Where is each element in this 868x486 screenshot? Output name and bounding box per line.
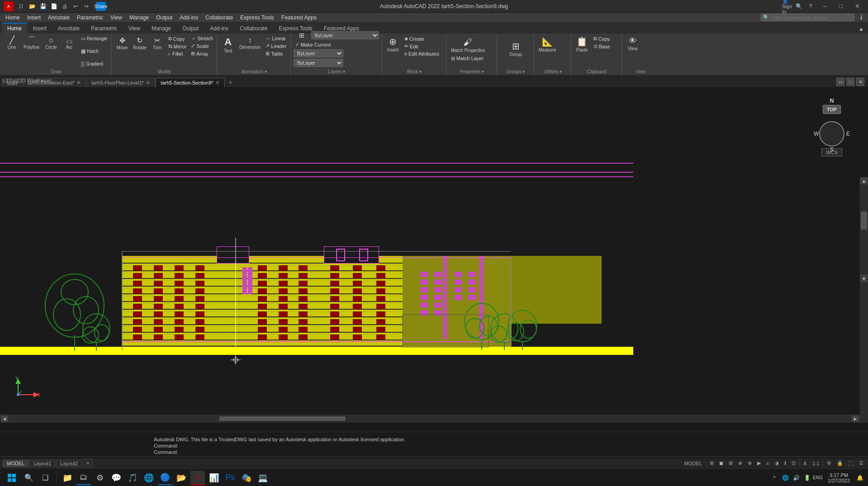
rectangle-button[interactable]: ▭ Rectangle — [79, 35, 109, 42]
table-button[interactable]: ⊞ Table — [264, 50, 288, 57]
doc-tab-section[interactable]: tarh5-Section-Section9* ✕ — [156, 78, 224, 87]
anno-scale-button[interactable]: A — [802, 460, 808, 467]
open-button[interactable]: 📂 — [27, 2, 37, 11]
taskbar-app2[interactable]: 💻 — [256, 471, 270, 485]
tab-manage[interactable]: Manage — [146, 24, 176, 33]
app-icon[interactable]: A — [4, 1, 14, 11]
layer-dropdown[interactable]: ByLayer — [311, 31, 379, 39]
measure-button[interactable]: 📐 Measure — [537, 35, 558, 53]
trans-button[interactable]: ◑ — [773, 460, 781, 467]
viewport-close-button[interactable]: ✕ — [856, 78, 864, 86]
layer-properties-button[interactable]: ⊞ — [294, 31, 310, 40]
taskbar-files[interactable]: 📂 — [174, 471, 189, 485]
qp-button[interactable]: ℹ — [783, 460, 788, 467]
taskbar-explorer[interactable]: 📁 — [60, 471, 75, 485]
tray-arrow[interactable]: ^ — [770, 473, 779, 482]
taskbar-powerpoint[interactable]: 📊 — [207, 471, 221, 485]
clipboard-copy-button[interactable]: ⧉ Copy — [592, 35, 612, 42]
doc-tab-floorplan-close[interactable]: ✕ — [146, 80, 150, 86]
scroll-left-button[interactable]: ◄ — [1, 415, 8, 422]
text-button[interactable]: A Text — [220, 35, 236, 54]
isnap-button[interactable]: ⊗ — [746, 460, 754, 467]
ribbon-search-bar[interactable]: 🔍 — [761, 14, 854, 21]
undo-button[interactable]: ↩ — [71, 2, 81, 11]
start-button[interactable] — [4, 470, 20, 486]
polyline-button[interactable]: ⌒ Polyline — [22, 35, 41, 51]
signin-button[interactable]: 👤 Sign In — [782, 2, 792, 11]
group-button[interactable]: ⊞ Group — [500, 40, 532, 58]
model-tab[interactable]: MODEL — [3, 460, 28, 467]
linetype-dropdown[interactable]: ByLayer — [294, 59, 343, 67]
doc-tab-add[interactable]: + — [225, 77, 236, 87]
save-button[interactable]: 💾 — [38, 2, 48, 11]
compass-top-button[interactable]: TOP — [823, 105, 841, 114]
workspace-button[interactable]: ⚙ — [825, 460, 833, 467]
dimension-button[interactable]: ↕ Dimension — [237, 35, 262, 51]
menu-output[interactable]: Output — [152, 14, 176, 22]
match-properties-button[interactable]: 🖌 Match Properties — [449, 36, 487, 54]
dyn-button[interactable]: ▶ — [755, 460, 763, 467]
insert-button[interactable]: ⊕ Insert — [385, 35, 401, 53]
new-button[interactable]: 🗋 — [16, 2, 26, 11]
menu-annotate[interactable]: Annotate — [44, 14, 73, 22]
close-button[interactable]: ✕ — [850, 2, 864, 11]
tab-collaborate[interactable]: Collaborate — [234, 24, 273, 33]
canvas-area[interactable]: N TOP W E S WCS X Y — [0, 89, 868, 459]
line-button[interactable]: ╱ Line — [4, 35, 20, 51]
ortho-button[interactable]: ⊞ — [727, 460, 735, 467]
lock-button[interactable]: 🔒 — [835, 460, 845, 467]
print-button[interactable]: 🖨 — [60, 2, 70, 11]
tray-eng[interactable]: ENG — [813, 473, 822, 482]
right-scrollbar[interactable]: ▲ ▼ — [860, 177, 868, 423]
lweight-button[interactable]: ≡ — [764, 460, 771, 467]
menu-view[interactable]: View — [107, 14, 126, 22]
scroll-down-button[interactable]: ▼ — [860, 275, 868, 282]
viewport-restore-button[interactable]: ▭ — [836, 78, 844, 86]
taskbar-settings[interactable]: ⚙ — [93, 471, 107, 485]
compass-circle[interactable]: W E S — [819, 121, 844, 146]
ribbon-search-input[interactable] — [771, 15, 852, 20]
taskbar-app1[interactable]: 🎭 — [239, 471, 254, 485]
tab-addins[interactable]: Add-ins — [204, 24, 234, 33]
tab-insert[interactable]: Insert — [28, 24, 52, 33]
make-current-button[interactable]: ✓ Make Current — [294, 41, 333, 48]
taskbar-taskview[interactable]: ❑ — [38, 471, 52, 485]
base-button[interactable]: ⊙ Base — [592, 43, 612, 50]
tab-home[interactable]: Home — [2, 23, 27, 33]
create-button[interactable]: ◈ Create — [403, 35, 441, 42]
arc-button[interactable]: ⌓ Arc — [61, 35, 77, 51]
scroll-up-button[interactable]: ▲ — [860, 177, 868, 184]
taskbar-store[interactable]: 🗂 — [76, 471, 91, 485]
tray-network[interactable]: 🌐 — [781, 473, 790, 482]
info-button[interactable]: ℹ — [856, 13, 866, 22]
tab-parametric[interactable]: Parametric — [85, 24, 123, 33]
edit-button[interactable]: ✏ Edit — [403, 43, 441, 50]
layout1-tab[interactable]: Layout1 — [29, 460, 55, 467]
taskbar-mail[interactable]: 💬 — [109, 471, 123, 485]
tray-volume[interactable]: 🔊 — [792, 473, 801, 482]
tab-output[interactable]: Output — [177, 24, 204, 33]
paste-button[interactable]: 📋 Paste — [574, 35, 590, 53]
collapse-ribbon-button[interactable]: ▲ — [856, 24, 866, 33]
status-model-label[interactable]: MODEL — [683, 460, 704, 467]
doc-tab-elevation-close[interactable]: ✕ — [76, 80, 81, 86]
mirror-button[interactable]: ⇆ Mirror — [166, 43, 189, 50]
doc-tab-section-close[interactable]: ✕ — [215, 80, 220, 86]
grid-button[interactable]: ⊞ — [708, 460, 716, 467]
taskbar-edge[interactable]: 🌐 — [142, 471, 156, 485]
minimize-button[interactable]: ─ — [817, 2, 832, 11]
menu-manage[interactable]: Manage — [126, 14, 152, 22]
scroll-hthumb[interactable] — [219, 416, 346, 421]
copy-button[interactable]: ⧉ Copy — [166, 35, 189, 42]
view-button[interactable]: 👁 View — [625, 35, 641, 52]
taskbar-autocad[interactable]: A — [190, 471, 205, 485]
stretch-button[interactable]: ↔ Stretch — [189, 35, 215, 42]
share-button[interactable]: Share — [96, 2, 106, 11]
redo-button[interactable]: ↪ — [81, 2, 91, 11]
doc-tab-floorplan[interactable]: tarh5-FloorPlan-Level1* ✕ — [86, 78, 155, 87]
polar-button[interactable]: ⊕ — [736, 460, 744, 467]
taskbar-photoshop[interactable]: Ps — [223, 471, 237, 485]
taskbar-clock[interactable]: 3:17 PM 1/27/2022 — [825, 472, 853, 484]
menu-express[interactable]: Express Tools — [237, 14, 277, 22]
trim-button[interactable]: ✂ Trim — [149, 35, 166, 51]
